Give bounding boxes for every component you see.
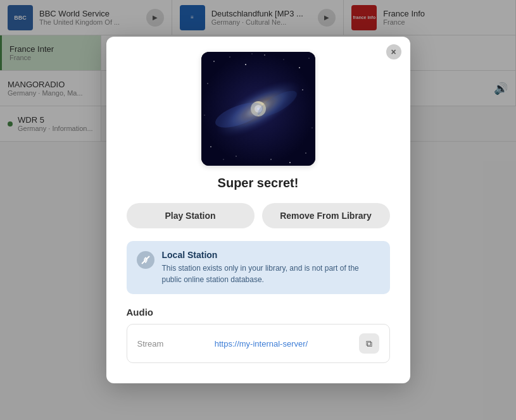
svg-point-18 (270, 159, 272, 160)
local-station-info-box: Local Station This station exists only i… (127, 241, 390, 294)
modal-close-button[interactable]: × (386, 44, 401, 59)
svg-point-6 (299, 67, 300, 68)
svg-point-13 (305, 152, 306, 153)
remove-from-library-button[interactable]: Remove From Library (262, 203, 390, 228)
svg-point-15 (289, 162, 291, 163)
svg-point-7 (308, 58, 309, 58)
svg-point-2 (229, 56, 230, 57)
action-buttons-container: Play Station Remove From Library (127, 203, 390, 228)
svg-point-9 (302, 89, 303, 90)
stream-label: Stream (137, 339, 164, 349)
svg-point-17 (236, 156, 236, 156)
stream-url-link[interactable]: https://my-internal-server/ (215, 339, 308, 349)
modal-overlay: × (0, 0, 516, 420)
svg-point-11 (311, 127, 312, 128)
audio-section-heading: Audio (127, 307, 390, 318)
svg-point-12 (210, 146, 211, 147)
svg-point-1 (213, 61, 215, 62)
copy-icon: ⧉ (366, 338, 372, 349)
stream-url-box: Stream https://my-internal-server/ ⧉ (127, 324, 390, 363)
local-station-title: Local Station (162, 250, 380, 260)
station-image (201, 52, 315, 166)
galaxy-svg (201, 52, 315, 166)
station-title: Super secret! (127, 176, 390, 190)
svg-point-8 (207, 83, 208, 83)
play-station-button[interactable]: Play Station (127, 203, 255, 228)
svg-point-16 (251, 54, 252, 54)
station-image-container (127, 52, 390, 166)
copy-url-button[interactable]: ⧉ (359, 333, 379, 354)
svg-point-3 (245, 64, 246, 65)
svg-point-10 (204, 115, 205, 116)
svg-point-14 (223, 159, 223, 159)
svg-point-4 (264, 54, 265, 55)
station-modal: × (106, 37, 410, 383)
local-station-description: This station exists only in your library… (162, 262, 380, 285)
close-icon: × (391, 47, 396, 57)
local-station-text: Local Station This station exists only i… (162, 250, 380, 285)
local-station-icon (137, 251, 154, 269)
svg-point-5 (283, 59, 284, 60)
no-broadcast-icon (141, 255, 151, 265)
